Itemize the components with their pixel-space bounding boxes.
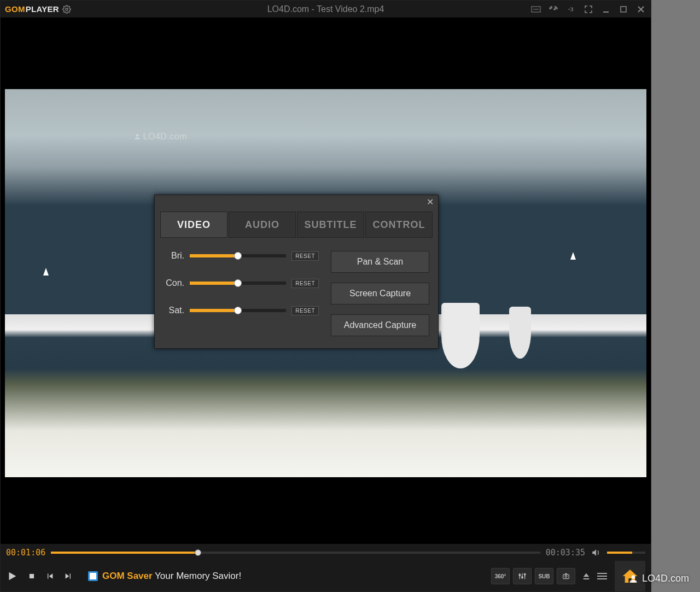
control-bar: GOM Saver Your Memory Savior! 360° SUB (1, 561, 651, 591)
scene-cliff (441, 303, 480, 368)
stop-button[interactable] (28, 572, 36, 580)
subtitle-button[interactable]: SUB (535, 568, 553, 584)
tab-subtitle[interactable]: SUBTITLE (297, 212, 364, 238)
next-button[interactable] (64, 572, 73, 581)
svg-point-19 (632, 575, 635, 579)
svg-point-14 (519, 575, 521, 576)
scene-boat (43, 268, 49, 276)
eject-button[interactable] (582, 572, 591, 581)
compact-mode-icon[interactable] (530, 4, 541, 15)
screen-capture-button[interactable]: Screen Capture (331, 283, 429, 304)
contrast-reset-button[interactable]: RESET (291, 279, 319, 288)
marquee: GOM Saver Your Memory Savior! (88, 571, 241, 582)
time-total: 00:03:35 (546, 548, 585, 558)
app-logo: GOMPLAYER (5, 4, 59, 14)
marquee-prefix: GOM Saver (102, 571, 153, 581)
scene-boat (570, 252, 576, 260)
document-icon (88, 571, 98, 581)
svg-rect-5 (621, 7, 626, 12)
settings-icon[interactable] (62, 5, 71, 14)
pan-scan-button[interactable]: Pan & Scan (331, 251, 429, 273)
saturation-slider[interactable] (190, 309, 286, 312)
playlist-menu-icon[interactable] (597, 573, 607, 579)
minimize-icon[interactable] (600, 4, 611, 15)
video-area[interactable]: LO4D.com LO4D.com ✕ VIDEO AUDIO SUBTITLE… (1, 18, 651, 543)
watermark-top: LO4D.com (133, 132, 187, 142)
svg-point-18 (565, 576, 567, 578)
contrast-slider[interactable] (190, 282, 286, 285)
pin-icon[interactable] (565, 4, 576, 15)
time-elapsed: 00:01:06 (6, 548, 45, 558)
360-button[interactable]: 360° (491, 568, 510, 584)
gom-player-window: GOMPLAYER LO4D.com - Test Video 2.mp4 LO… (0, 0, 651, 592)
maximize-icon[interactable] (618, 4, 629, 15)
marquee-text: Your Memory Savior! (153, 571, 242, 581)
equalizer-button[interactable] (513, 568, 532, 584)
svg-point-15 (522, 577, 523, 578)
tab-audio[interactable]: AUDIO (229, 212, 296, 238)
external-watermark: LO4D.com (628, 573, 689, 584)
titlebar: GOMPLAYER LO4D.com - Test Video 2.mp4 (1, 1, 651, 18)
window-title: LO4D.com - Test Video 2.mp4 (267, 4, 384, 14)
play-button[interactable] (6, 570, 18, 582)
contrast-row: Con. RESET (164, 278, 319, 288)
video-settings-popup: ✕ VIDEO AUDIO SUBTITLE CONTROL Bri. RESE… (154, 195, 439, 349)
svg-rect-17 (563, 575, 569, 579)
brightness-row: Bri. RESET (164, 251, 319, 261)
seek-slider[interactable] (51, 552, 540, 554)
svg-point-3 (554, 9, 555, 10)
logo-gom: GOM (5, 4, 25, 14)
snapshot-button[interactable] (557, 568, 575, 584)
tab-control[interactable]: CONTROL (365, 212, 433, 238)
brightness-reset-button[interactable]: RESET (291, 251, 319, 261)
saturation-label: Sat. (164, 306, 184, 315)
fullscreen-icon[interactable] (583, 4, 594, 15)
svg-rect-10 (30, 574, 34, 578)
contrast-label: Con. (164, 278, 184, 288)
previous-button[interactable] (45, 572, 54, 581)
progress-bar: 00:01:06 00:03:35 (1, 543, 651, 561)
tab-video[interactable]: VIDEO (160, 212, 228, 238)
brightness-slider[interactable] (190, 254, 286, 257)
svg-point-0 (66, 8, 68, 10)
svg-point-16 (524, 573, 526, 575)
svg-point-8 (136, 134, 138, 137)
scene-cliff (509, 307, 531, 359)
close-icon[interactable] (635, 4, 646, 15)
cast-icon[interactable] (548, 4, 559, 15)
saturation-row: Sat. RESET (164, 306, 319, 315)
popup-titlebar: ✕ (155, 195, 438, 208)
popup-close-icon[interactable]: ✕ (425, 197, 435, 207)
volume-icon[interactable] (591, 548, 602, 558)
saturation-reset-button[interactable]: RESET (291, 306, 319, 315)
volume-slider[interactable] (607, 552, 645, 554)
logo-player: PLAYER (26, 4, 59, 14)
brightness-label: Bri. (164, 251, 184, 261)
advanced-capture-button[interactable]: Advanced Capture (331, 314, 429, 336)
